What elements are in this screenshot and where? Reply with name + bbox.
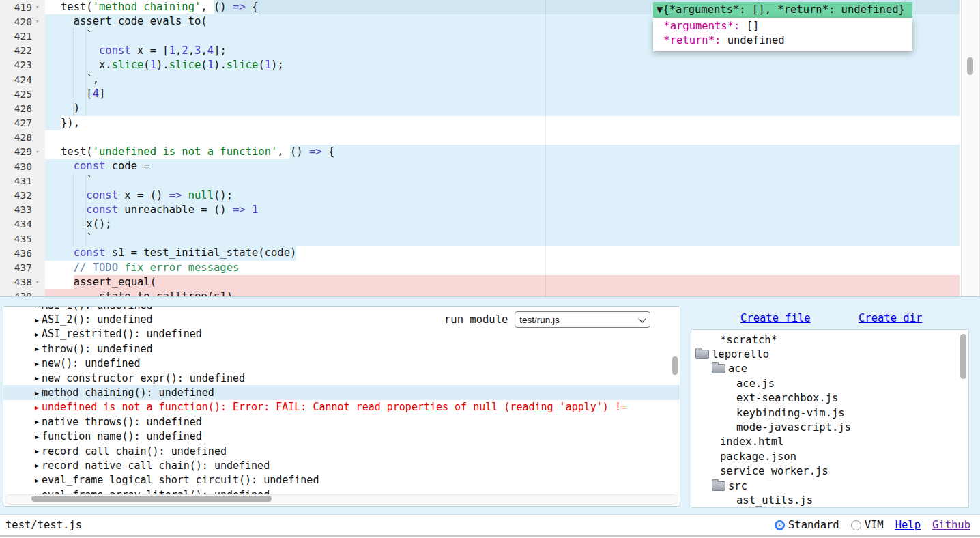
eval-result-row[interactable]: ▶ASI_restrited(): undefined bbox=[3, 327, 680, 341]
github-link[interactable]: Github bbox=[932, 519, 970, 531]
eval-result-row[interactable]: ▶eval_frame logical short circuit(): und… bbox=[3, 473, 680, 487]
code-line[interactable]: `, bbox=[0, 72, 980, 87]
tree-file-row[interactable]: ast_utils.js bbox=[691, 493, 968, 507]
code-text: const x = () => null(); bbox=[61, 188, 233, 203]
run-module-control: run module test/run.js bbox=[444, 311, 650, 328]
module-select[interactable]: test/run.js bbox=[515, 311, 650, 328]
code-line[interactable]: assert_equal( bbox=[0, 275, 980, 289]
expand-arrow-icon[interactable]: ▶ bbox=[35, 360, 39, 367]
expand-arrow-icon[interactable]: ▶ bbox=[35, 418, 39, 425]
tree-file-row[interactable]: service_worker.js bbox=[691, 464, 968, 479]
code-line[interactable] bbox=[0, 130, 980, 145]
tree-item-label: ast_utils.js bbox=[736, 494, 813, 507]
fold-arrow-icon[interactable]: ▾ bbox=[32, 275, 43, 289]
inspector-details: *arguments*: [] *return*: undefined bbox=[653, 18, 912, 51]
expand-arrow-icon[interactable]: ▶ bbox=[35, 433, 39, 440]
mode-option-vim[interactable]: VIM bbox=[851, 519, 884, 531]
line-highlight bbox=[45, 173, 960, 188]
tree-item-label: *scratch* bbox=[720, 334, 777, 346]
code-line[interactable]: ) bbox=[0, 101, 980, 115]
code-text: const x = [1,2,3,4]; bbox=[61, 44, 227, 58]
line-number: 420 bbox=[0, 16, 32, 27]
tree-file-row[interactable]: *scratch* bbox=[691, 332, 968, 347]
code-line[interactable]: [4] bbox=[0, 87, 980, 101]
eval-vertical-scrollbar-thumb[interactable] bbox=[672, 356, 678, 375]
tree-folder-row[interactable]: ace bbox=[691, 362, 968, 376]
expand-arrow-icon[interactable]: ▶ bbox=[35, 389, 39, 397]
eval-result-row[interactable]: ▶record call chain(): undefined bbox=[3, 444, 680, 458]
expand-arrow-icon[interactable]: ▶ bbox=[35, 345, 39, 352]
radio-selected-icon[interactable] bbox=[775, 520, 785, 530]
code-line[interactable]: x.slice(1).slice(1).slice(1); bbox=[0, 58, 980, 72]
code-line[interactable]: const s1 = test_initial_state(code) bbox=[0, 246, 980, 260]
eval-result-row[interactable]: ▶new(): undefined bbox=[3, 356, 680, 371]
code-editor[interactable]: test('method chaining', () => { assert_c… bbox=[0, 0, 980, 296]
eval-result-row[interactable]: ▶throw(): undefined bbox=[3, 341, 680, 356]
eval-result-row[interactable]: ▶record native call chain(): undefined bbox=[3, 458, 680, 472]
expand-arrow-icon[interactable]: ▶ bbox=[35, 462, 39, 469]
expand-arrow-icon[interactable]: ▶ bbox=[35, 477, 39, 484]
line-number: 433 bbox=[0, 204, 32, 215]
radio-unselected-icon[interactable] bbox=[851, 520, 861, 530]
create-file-link[interactable]: Create file bbox=[740, 312, 811, 324]
eval-horizontal-scrollbar[interactable] bbox=[5, 494, 678, 505]
help-link[interactable]: Help bbox=[895, 519, 921, 531]
tree-file-row[interactable]: package.json bbox=[691, 449, 968, 464]
tree-file-row[interactable]: ace.js bbox=[691, 376, 968, 391]
line-highlight bbox=[45, 72, 960, 87]
inspector-entry: *arguments*: [] bbox=[657, 19, 908, 33]
file-tree-panel[interactable]: *scratch*leporelloaceace.jsext-searchbox… bbox=[691, 329, 969, 508]
tree-file-row[interactable]: keybinding-vim.js bbox=[691, 406, 968, 420]
code-line[interactable]: const x = () => null(); bbox=[0, 188, 980, 203]
code-line[interactable]: ` bbox=[0, 173, 980, 188]
tree-folder-row[interactable]: leporello bbox=[691, 347, 968, 361]
tree-folder-row[interactable]: src bbox=[691, 479, 968, 493]
expand-arrow-icon[interactable]: ▶ bbox=[35, 404, 39, 411]
code-line[interactable]: // TODO fix error messages bbox=[0, 261, 980, 275]
expand-arrow-icon[interactable]: ▶ bbox=[35, 316, 39, 324]
line-highlight bbox=[45, 87, 960, 101]
fold-arrow-icon[interactable]: ▾ bbox=[32, 0, 43, 14]
expand-arrow-icon[interactable]: ▶ bbox=[35, 447, 39, 455]
code-text: const code = bbox=[61, 159, 150, 173]
tree-file-row[interactable]: ext-searchbox.js bbox=[691, 391, 968, 406]
expand-arrow-icon[interactable]: ▶ bbox=[35, 330, 39, 338]
tree-file-row[interactable]: mode-javascript.js bbox=[691, 420, 968, 434]
editor-vertical-scrollbar[interactable] bbox=[961, 0, 980, 296]
gutter-row: 422 bbox=[0, 44, 45, 58]
scrollbar-thumb[interactable] bbox=[967, 57, 973, 75]
mode-option-standard[interactable]: Standard bbox=[775, 519, 839, 531]
scrollbar-thumb[interactable] bbox=[31, 496, 272, 502]
run-module-label: run module bbox=[444, 313, 508, 326]
line-number: 421 bbox=[0, 31, 32, 42]
code-line[interactable]: ` bbox=[0, 231, 980, 246]
gutter-row: 424 bbox=[0, 72, 45, 87]
tree-file-row[interactable]: index.html bbox=[691, 435, 968, 449]
line-highlight bbox=[45, 217, 960, 231]
fold-arrow-icon[interactable]: ▾ bbox=[32, 14, 43, 29]
eval-results-panel[interactable]: ▶ASI_1(): undefined▶ASI_2(): undefined▶A… bbox=[3, 306, 680, 507]
create-dir-link[interactable]: Create dir bbox=[859, 312, 922, 324]
eval-result-row[interactable]: ▶native throws(): undefined bbox=[3, 414, 680, 429]
code-line[interactable]: state_to_calltree(s1) bbox=[0, 289, 980, 296]
code-text: test('method chaining', () => { bbox=[61, 0, 258, 14]
gutter-row: 428 bbox=[0, 130, 45, 145]
fold-arrow-icon[interactable]: ▾ bbox=[32, 145, 43, 159]
code-line[interactable]: const unreachable = () => 1 bbox=[0, 203, 980, 217]
eval-result-row[interactable]: ▶method chaining(): undefined bbox=[3, 385, 680, 399]
expand-arrow-icon[interactable]: ▶ bbox=[35, 374, 39, 382]
inspector-summary[interactable]: ▼{*arguments*: [], *return*: undefined} bbox=[653, 2, 912, 18]
line-number: 438 bbox=[0, 277, 32, 287]
eval-result-row[interactable]: ▶function name(): undefined bbox=[3, 429, 680, 444]
tree-vertical-scrollbar-thumb[interactable] bbox=[960, 334, 966, 379]
expand-arrow-icon[interactable]: ▶ bbox=[35, 306, 39, 309]
gutter-row: 439 bbox=[0, 289, 45, 296]
eval-result-row[interactable]: ▶new constructor expr(): undefined bbox=[3, 371, 680, 385]
eval-result-row-error[interactable]: ▶undefined is not a function(): Error: F… bbox=[3, 400, 680, 414]
code-line[interactable]: test('undefined is not a function', () =… bbox=[0, 145, 980, 159]
line-number: 429 bbox=[0, 146, 32, 157]
code-line[interactable]: const code = bbox=[0, 159, 980, 173]
code-line[interactable]: }), bbox=[0, 116, 980, 130]
mode-label: VIM bbox=[865, 519, 884, 531]
code-line[interactable]: x(); bbox=[0, 217, 980, 231]
